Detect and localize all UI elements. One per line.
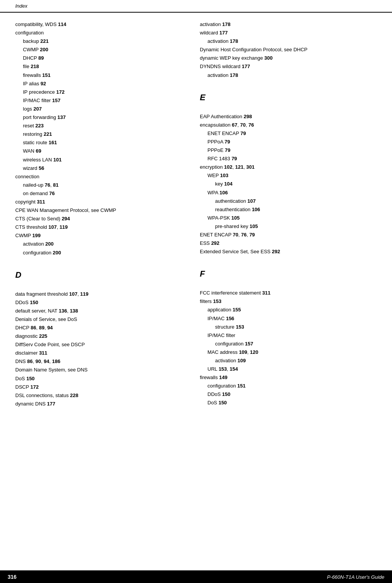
list-item: file 218 [15, 62, 192, 71]
list-item: activation 178 [200, 37, 377, 46]
left-column: compatibility, WDS 114 configuration bac… [15, 20, 192, 408]
list-item: activation 178 [200, 71, 377, 80]
list-item: DNS 86, 90, 94, 186 [15, 357, 192, 366]
list-item: PPPoE 79 [200, 146, 377, 155]
footer-page-number: 316 [8, 574, 16, 580]
list-item: IP/MAC filter [200, 331, 377, 340]
list-item: DDoS 150 [15, 298, 192, 307]
footer-book-title: P-660N-T1A User's Guide [327, 574, 384, 580]
section-f-label: F [200, 269, 377, 279]
list-item: DoS 150 [200, 399, 377, 407]
list-item: ENET ENCAP 70, 76, 79 [200, 231, 377, 239]
list-item: activation 178 [200, 20, 377, 29]
list-item: reset 223 [15, 122, 192, 130]
list-item: Domain Name System, see DNS [15, 366, 192, 374]
list-item: DHCP 86, 89, 94 [15, 324, 192, 332]
list-item: ENET ENCAP 79 [200, 129, 377, 138]
list-item: port forwarding 137 [15, 113, 192, 122]
list-item: structure 153 [200, 323, 377, 331]
list-item: EAP Authentication 298 [200, 112, 377, 121]
list-item: configuration [15, 29, 192, 37]
list-item: IP/MAC 156 [200, 314, 377, 323]
list-item: Denials of Service, see DoS [15, 315, 192, 324]
list-item: URL 153, 154 [200, 365, 377, 373]
section-d-label: D [15, 270, 192, 280]
list-item: CTS (Clear to Send) 294 [15, 215, 192, 223]
page-header: Index [0, 0, 392, 13]
list-item: WPA-PSK 105 [200, 214, 377, 222]
right-column: activation 178 wildcard 177 activation 1… [200, 20, 377, 408]
list-item: dynamic DNS 177 [15, 400, 192, 408]
list-item: authentication 107 [200, 197, 377, 205]
list-item: CWMP 200 [15, 46, 192, 54]
list-item: Dynamic Host Configuration Protocol, see… [200, 46, 377, 54]
list-item: ESS 292 [200, 239, 377, 248]
list-item: MAC address 109, 120 [200, 348, 377, 357]
list-item: IP precedence 172 [15, 88, 192, 96]
list-item: firewalls 151 [15, 71, 192, 80]
list-item: wizard 56 [15, 164, 192, 173]
list-item: FCC interference statement 311 [200, 289, 377, 297]
list-item: on demand 76 [15, 189, 192, 198]
list-item: static route 161 [15, 138, 192, 147]
list-item: configuration 157 [200, 340, 377, 348]
list-item: firewalls 149 [200, 373, 377, 382]
list-item: pre-shared key 105 [200, 222, 377, 231]
list-item: application 155 [200, 306, 377, 314]
list-item: restoring 221 [15, 130, 192, 138]
list-item: DiffServ Code Point, see DSCP [15, 340, 192, 349]
list-item: CPE WAN Management Protocol, see CWMP [15, 206, 192, 215]
list-item: RFC 1483 79 [200, 155, 377, 163]
list-item: DHCP 89 [15, 54, 192, 62]
list-item: activation 109 [200, 357, 377, 365]
list-item: logs 207 [15, 105, 192, 113]
list-item: wireless LAN 101 [15, 156, 192, 164]
list-item: PPPoA 79 [200, 138, 377, 146]
list-item: diagnostic 225 [15, 332, 192, 340]
list-item: wildcard 177 [200, 29, 377, 37]
list-item: compatibility, WDS 114 [15, 20, 192, 29]
list-item: key 104 [200, 180, 377, 188]
list-item: copyright 311 [15, 198, 192, 206]
list-item: WAN 69 [15, 147, 192, 155]
list-item: connection [15, 173, 192, 181]
list-item: default server, NAT 136, 138 [15, 307, 192, 315]
list-item: reauthentication 106 [200, 205, 377, 214]
list-item: IP/MAC filter 157 [15, 96, 192, 105]
list-item: CTS threshold 107, 119 [15, 223, 192, 231]
list-item: dynamic WEP key exchange 300 [200, 54, 377, 62]
section-e-label: E [200, 93, 377, 103]
list-item: encapsulation 67, 70, 76 [200, 121, 377, 129]
list-item: IP alias 92 [15, 80, 192, 88]
list-item: DSCP 172 [15, 383, 192, 391]
list-item: backup 221 [15, 37, 192, 46]
list-item: nailed-up 76, 81 [15, 181, 192, 189]
list-item: DYNDNS wildcard 177 [200, 62, 377, 71]
list-item: CWMP 199 [15, 231, 192, 240]
list-item: DDoS 150 [200, 390, 377, 399]
list-item: WPA 106 [200, 189, 377, 197]
list-item: DSL connections, status 228 [15, 391, 192, 400]
list-item: Extended Service Set, See ESS 292 [200, 248, 377, 256]
list-item: configuration 151 [200, 382, 377, 390]
list-item: disclaimer 311 [15, 349, 192, 357]
list-item: activation 200 [15, 240, 192, 248]
list-item: DoS 150 [15, 375, 192, 383]
list-item: configuration 200 [15, 249, 192, 257]
list-item: data fragment threshold 107, 119 [15, 290, 192, 298]
list-item: filters 153 [200, 297, 377, 306]
list-item: encryption 102, 121, 301 [200, 163, 377, 171]
page-footer: 316 P-660N-T1A User's Guide [0, 570, 392, 583]
list-item: WEP 103 [200, 171, 377, 180]
